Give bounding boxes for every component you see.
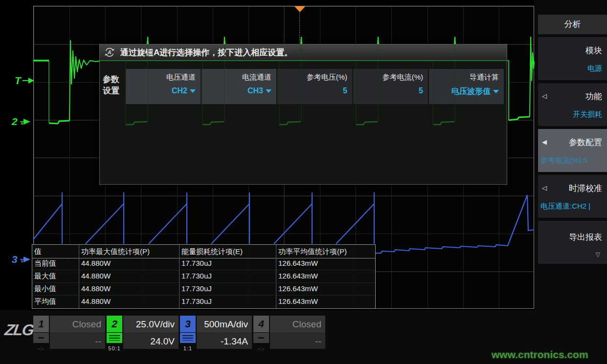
meas-cell: 44.880W (79, 283, 180, 296)
param-current-channel[interactable]: 电流通道 CH3 (202, 69, 276, 104)
meas-cell: 44.880W (79, 270, 180, 283)
channel-3-badge[interactable]: 3 (180, 316, 196, 332)
menu-item-deskew[interactable]: ◁ 时滞校准 电压通道:CH2 | (538, 175, 607, 218)
dropdown-icon (266, 89, 271, 93)
menu-item-function[interactable]: ◁ 功能 开关损耗 (538, 83, 607, 126)
param-conduction-calc[interactable]: 导通计算 电压波形值 (429, 69, 504, 104)
menu-item-export-report[interactable]: 导出报表 ▽ (538, 221, 607, 264)
channel-4-coupling-icon (253, 333, 269, 343)
meas-row-label: 最小值 (32, 283, 79, 296)
solid-left-triangle-icon: ◀ (542, 138, 547, 146)
channel-1-coupling-icon (33, 333, 49, 343)
channel-4-probe-ratio: -:- (253, 343, 269, 352)
trigger-position-line (299, 13, 300, 43)
channel-4-block[interactable]: 4 -:- Closed -- (253, 316, 325, 359)
meas-cell: 17.730uJ (180, 283, 276, 296)
menu-item-module[interactable]: 模块 电源 (538, 37, 607, 80)
parameter-panel-label: 参数 设置 (103, 69, 126, 104)
meas-row-label: 当前值 (32, 257, 79, 270)
channel-3-marker-label: 3 (12, 254, 18, 265)
meas-header: 功率平均值统计项(P) (276, 245, 375, 258)
channel-4-badge[interactable]: 4 (253, 316, 269, 332)
dialog-header: A 通过旋钮A进行选择操作，按下进入相应设置。 (100, 44, 507, 61)
channel-2-badge[interactable]: 2 (107, 316, 122, 332)
meas-cell: 126.643mW (276, 283, 375, 296)
measurement-table: 值 功率最大值统计项(P) 能量损耗统计项(E) 功率平均值统计项(P) 当前值… (32, 244, 376, 309)
channel-2-scale: 25.0V/div (123, 316, 179, 333)
dialog-message: 通过旋钮A进行选择操作，按下进入相应设置。 (120, 47, 292, 58)
channel-3-offset: -1.34A (197, 333, 252, 349)
meas-cell: 126.643mW (276, 296, 375, 308)
channel-3-scale: 500mA/div (197, 316, 252, 333)
channel-2-block[interactable]: 2 50:1 25.0V/div 24.0V (107, 316, 179, 359)
channel-4-offset: -- (270, 333, 325, 349)
watermark: www.cntronics.com (492, 349, 588, 361)
menu-title: 分析 (538, 15, 607, 34)
channel-2-marker-label: 2 (12, 116, 18, 128)
meas-cell: 44.880W (79, 296, 180, 308)
hollow-left-triangle-icon: ◁ (542, 184, 547, 192)
channel-1-probe-ratio: -:- (33, 343, 49, 352)
channel-2-probe-ratio: 50:1 (107, 343, 122, 352)
right-arrow-icon (22, 77, 35, 84)
right-arrow-ground-icon (19, 256, 32, 263)
channel-3-block[interactable]: 3 1:1 500mA/div -1.34A (180, 316, 252, 359)
meas-row-label: 平均值 (32, 296, 79, 308)
param-ref-current[interactable]: 参考电流(%) 5 (353, 69, 428, 104)
meas-cell: 126.643mW (276, 270, 375, 283)
channel-3-offset-marker[interactable]: 3 (12, 254, 32, 265)
channel-1-block[interactable]: 1 -:- Closed -- (33, 316, 105, 359)
trigger-marker-label: T (15, 75, 21, 86)
trigger-position-marker[interactable] (294, 6, 305, 12)
dropdown-icon (190, 89, 196, 93)
meas-cell: 44.880W (79, 257, 180, 270)
hollow-left-triangle-icon: ◁ (542, 92, 547, 100)
meas-cell: 17.730uJ (180, 296, 276, 308)
param-ref-voltage[interactable]: 参考电压(%) 5 (277, 69, 352, 104)
meas-cell: 126.643mW (276, 257, 375, 270)
channel-1-offset: -- (50, 333, 105, 349)
meas-header: 值 (32, 245, 79, 258)
svg-text:A: A (107, 49, 111, 55)
menu-sidebar: 分析 模块 电源 ◁ 功能 开关损耗 ◀ 参数配置 参考电流(%):5 ◁ 时滞… (534, 0, 607, 364)
parameter-settings-dialog: A 通过旋钮A进行选择操作，按下进入相应设置。 参数 设置 电压通道 CH2 电… (99, 44, 507, 185)
param-voltage-channel[interactable]: 电压通道 CH2 (126, 69, 201, 104)
channel-2-coupling-icon (107, 333, 122, 343)
meas-header: 功率最大值统计项(P) (79, 245, 180, 258)
meas-header: 能量损耗统计项(E) (180, 245, 276, 258)
dropdown-icon (493, 90, 499, 93)
trigger-level-marker[interactable]: T (15, 75, 35, 86)
meas-cell: 17.730uJ (180, 270, 276, 283)
channel-3-coupling-icon (180, 333, 196, 343)
menu-item-parameter-config[interactable]: ◀ 参数配置 参考电流(%):5 (538, 129, 607, 172)
down-chevron-icon: ▽ (596, 251, 600, 258)
oscilloscope-screen: T 2 3 A (0, 0, 607, 364)
channel-3-probe-ratio: 1:1 (180, 343, 196, 352)
parameter-row: 参数 设置 电压通道 CH2 电流通道 CH3 参考电压(%) 5 参考电流(%… (103, 69, 504, 104)
knob-a-icon: A (104, 46, 115, 58)
channel-1-badge[interactable]: 1 (33, 316, 49, 332)
channel-2-offset: 24.0V (123, 333, 179, 349)
right-arrow-ground-icon (19, 118, 32, 126)
meas-row-label: 最大值 (32, 270, 79, 283)
channel-4-scale: Closed (270, 316, 325, 333)
meas-cell: 17.730uJ (180, 257, 276, 270)
channel-1-scale: Closed (50, 316, 105, 333)
channel-2-offset-marker[interactable]: 2 (12, 116, 32, 128)
